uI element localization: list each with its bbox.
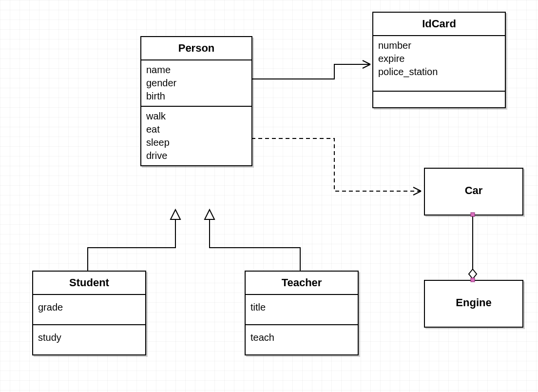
class-person-title: Person xyxy=(141,37,251,60)
class-engine[interactable]: Engine xyxy=(424,280,523,328)
class-student-title: Student xyxy=(33,272,145,295)
class-idcard-title: IdCard xyxy=(373,13,505,36)
class-car-title: Car xyxy=(425,169,522,202)
class-engine-title: Engine xyxy=(425,281,522,314)
class-person-methods: walkeatsleepdrive xyxy=(141,107,251,165)
class-student-methods: study xyxy=(33,325,145,354)
class-idcard-attributes: numberexpirepolice_station xyxy=(373,36,505,92)
class-idcard[interactable]: IdCard numberexpirepolice_station xyxy=(372,12,506,108)
class-car[interactable]: Car xyxy=(424,168,523,216)
class-student[interactable]: Student grade study xyxy=(32,271,146,355)
class-person[interactable]: Person namegenderbirth walkeatsleepdrive xyxy=(140,36,252,166)
class-idcard-methods xyxy=(373,92,505,107)
class-person-attributes: namegenderbirth xyxy=(141,60,251,107)
class-teacher-title: Teacher xyxy=(246,272,358,295)
class-teacher-methods: teach xyxy=(246,325,358,354)
class-teacher-attributes: title xyxy=(246,295,358,325)
class-student-attributes: grade xyxy=(33,295,145,325)
class-teacher[interactable]: Teacher title teach xyxy=(245,271,359,355)
